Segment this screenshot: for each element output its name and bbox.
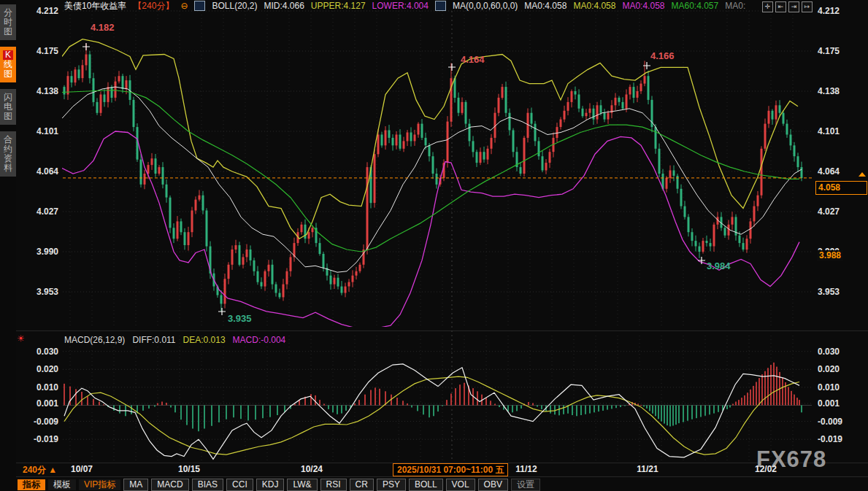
- ma60-value: MA60:4.057: [671, 1, 718, 11]
- last-price-box: 4.058: [815, 181, 867, 195]
- chart-header: 美债10年收益率 【240分】 ⊖ BOLL(20,2) MID:4.066 U…: [64, 1, 745, 11]
- svg-text:4.182: 4.182: [91, 22, 115, 33]
- macd-diff-value: DIFF:0.011: [132, 335, 175, 345]
- macd-dea-value: DEA:0.013: [183, 335, 226, 345]
- sidebar-tab-1[interactable]: 分时图: [0, 4, 16, 40]
- svg-text:3.984: 3.984: [707, 260, 731, 271]
- svg-text:3.935: 3.935: [228, 313, 252, 324]
- period-selector[interactable]: 240分 ▲: [23, 464, 57, 476]
- ma0-gray-value: MA0:: [725, 1, 745, 11]
- macd-macd-value: MACD:-0.004: [233, 335, 286, 345]
- goto-latest-icon[interactable]: ↦: [802, 1, 813, 12]
- toolbar-button-模板[interactable]: 模板: [48, 479, 76, 490]
- live-indicator-icon: ☀: [17, 333, 25, 344]
- toolbar-button-KDJ[interactable]: KDJ: [256, 479, 285, 491]
- macd-label: MACD(26,12,9): [64, 335, 125, 345]
- sidebar-tab-2[interactable]: K线图: [0, 47, 16, 82]
- sidebar-tab-4[interactable]: 合约资料: [0, 131, 16, 177]
- x-axis-tick: 10/15: [178, 464, 200, 474]
- secondary-price-label: 3.988: [817, 250, 843, 261]
- toolbar-button-VOL[interactable]: VOL: [446, 479, 475, 491]
- collapse-icon[interactable]: ⊖: [180, 1, 188, 11]
- toolbar-button-MA[interactable]: MA: [123, 479, 148, 491]
- ma0-yellow-value: MA0:4.058: [573, 1, 615, 11]
- boll-label: BOLL(20,2): [212, 1, 257, 11]
- boll-mid-value: MID:4.066: [264, 1, 304, 11]
- indicator-toolbar: 指标模板VIP指标MAMACDBIASCCIKDJLW&RSICRPSYBOLL…: [18, 478, 540, 491]
- x-axis-tick: 10/24: [301, 464, 323, 474]
- sidebar: 分时图K线图闪电图合约资料: [0, 0, 16, 491]
- expand-bars-icon[interactable]: ⇥: [788, 1, 799, 12]
- sidebar-tab-3[interactable]: 闪电图: [0, 89, 16, 125]
- instrument-title: 美债10年收益率: [64, 0, 126, 12]
- macd-header: MACD(26,12,9) DIFF:0.011 DEA:0.013 MACD:…: [64, 335, 285, 345]
- pan-tool-icon[interactable]: ✛: [762, 1, 773, 12]
- toolbar-button-CCI[interactable]: CCI: [226, 479, 253, 491]
- main-chart-canvas[interactable]: 4.1824.1644.1663.9353.984: [0, 0, 868, 491]
- boll-indicator-icon[interactable]: [194, 1, 205, 11]
- toolbar-button-BIAS[interactable]: BIAS: [192, 479, 223, 491]
- period-tag[interactable]: 【240分】: [133, 0, 174, 12]
- toolbar-button-LW&[interactable]: LW&: [287, 479, 317, 491]
- x-axis-tick: 11/21: [637, 464, 658, 474]
- ma0-white-value: MA0:4.058: [524, 1, 566, 11]
- crosshair-date-box: 2025/10/31 07:00~11:00 五: [393, 463, 508, 476]
- x-axis-tick: 10/07: [71, 464, 93, 474]
- ma-label: MA(0,0,0,60,0,0): [453, 1, 518, 11]
- toolbar-button-OBV[interactable]: OBV: [478, 479, 508, 491]
- shrink-bars-icon[interactable]: ⇤: [775, 1, 786, 12]
- x-axis-row: 240分 ▲ 2025/10/31 07:00~11:00 五 10/0710/…: [0, 464, 868, 477]
- toolbar-button-CR[interactable]: CR: [350, 479, 374, 491]
- boll-lower-value: LOWER:4.004: [372, 1, 429, 11]
- toolbar-button-VIP指标[interactable]: VIP指标: [79, 479, 120, 490]
- boll-upper-value: UPPER:4.127: [311, 1, 366, 11]
- toolbar-button-PSY[interactable]: PSY: [377, 479, 406, 491]
- ma0-magenta-value: MA0:4.058: [622, 1, 664, 11]
- x-axis-tick: 12/02: [755, 464, 777, 474]
- window-tool-icons: ✛⇤⇥↦: [762, 1, 813, 12]
- toolbar-button-RSI[interactable]: RSI: [320, 479, 347, 491]
- x-axis-tick: 11/12: [515, 464, 537, 474]
- toolbar-button-指标[interactable]: 指标: [18, 479, 45, 490]
- toolbar-button-设置[interactable]: 设置: [511, 479, 540, 491]
- svg-text:4.166: 4.166: [650, 50, 675, 61]
- svg-text:4.164: 4.164: [461, 54, 485, 65]
- price-pointer-icon[interactable]: [859, 172, 866, 177]
- toolbar-button-MACD[interactable]: MACD: [151, 479, 188, 491]
- ma-indicator-icon[interactable]: [435, 1, 446, 11]
- toolbar-button-BOLL[interactable]: BOLL: [409, 479, 443, 491]
